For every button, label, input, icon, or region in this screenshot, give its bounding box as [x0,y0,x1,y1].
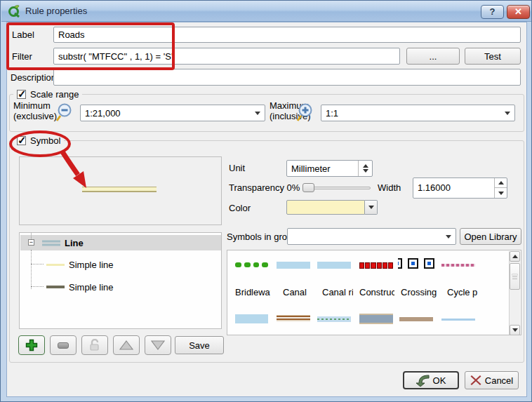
minus-icon [58,342,69,349]
tree-child-label[interactable]: Simple line [69,282,114,293]
library-item-label[interactable]: Crossing [401,287,439,297]
expression-builder-button[interactable]: ... [406,48,460,65]
test-filter-button[interactable]: Test [465,48,521,65]
ok-label: OK [433,375,446,386]
ok-button[interactable]: OK [403,371,459,389]
cancel-x-icon [470,375,481,386]
scroll-up-icon [512,255,518,258]
library-swatch-crossing[interactable] [398,258,436,271]
filter-field-caption: Filter [12,51,32,62]
scale-range-checkbox[interactable] [17,90,26,99]
description-field-caption: Description [11,72,56,83]
scale-range-legend: Scale range [13,89,82,100]
simple-line-icon-yellow [46,264,65,266]
library-item-label[interactable]: Bridleway [235,287,270,297]
color-caption: Color [229,203,251,213]
unit-value: Millimeter [291,163,331,174]
symbol-layer-tree: Line Simple line Simple line [19,232,222,329]
chevron-down-icon [255,112,260,115]
transparency-slider-handle[interactable] [302,183,314,192]
library-swatch-row2[interactable] [277,315,310,322]
library-swatch-canal[interactable] [277,262,310,269]
move-layer-down-button[interactable] [145,335,171,355]
help-button[interactable]: ? [481,5,504,19]
symbol-title: Symbol [30,135,60,146]
scale-range-title: Scale range [30,89,79,100]
chevron-down-icon [505,112,510,115]
chevron-down-icon [446,235,451,239]
width-spin-down-icon[interactable] [494,188,507,198]
cancel-button[interactable]: Cancel [465,371,519,389]
tree-connector [31,264,44,264]
save-label: Save [189,340,210,351]
ok-arrow-icon [416,374,430,387]
zoom-out-icon [55,102,74,121]
zoom-in-icon [296,102,314,121]
tree-root-label[interactable]: Line [65,238,84,248]
library-swatch-row2[interactable] [359,314,393,324]
window-title: Rule properties [25,6,87,16]
unit-spinner-icons [358,161,372,176]
symbols-in-group-combobox[interactable] [287,228,456,245]
down-triangle-icon [151,340,165,350]
tree-expander-icon[interactable] [28,239,34,246]
simple-line-icon-olive [46,286,65,288]
open-library-button[interactable]: Open Library [460,228,521,245]
symbol-preview-panel [19,156,222,225]
library-item-label[interactable]: Construc [359,287,394,297]
library-swatch-row2[interactable] [399,317,433,321]
save-symbol-button[interactable]: Save [175,336,224,354]
ellipsis-label: ... [430,51,437,62]
library-swatch-row2[interactable] [317,316,351,322]
close-button[interactable]: ✕ [507,5,530,19]
up-triangle-icon [119,340,133,350]
filter-input[interactable] [53,48,400,65]
remove-symbol-layer-button[interactable] [50,335,77,355]
label-input[interactable] [53,27,521,43]
description-input[interactable] [53,69,521,86]
plus-icon [25,339,38,351]
help-icon: ? [490,6,496,17]
color-dropdown-button[interactable] [365,200,378,215]
library-swatch-bridleway[interactable] [235,262,268,267]
add-symbol-layer-button[interactable] [18,335,45,355]
scroll-up-button[interactable] [510,251,520,262]
minimum-scale-combobox[interactable]: 1:21,000 [80,105,265,121]
open-padlock-icon [89,339,100,351]
scrollbar-thumb[interactable] [510,263,520,290]
library-swatch-canal-ri[interactable] [317,262,351,269]
minimum-scale-value: 1:21,000 [85,108,121,119]
symbol-legend: Symbol [13,135,64,146]
library-item-label[interactable]: Canal ri [322,287,353,297]
width-spin-up-icon[interactable] [494,178,507,188]
library-item-label[interactable]: Canal [283,287,312,297]
library-swatch-cycle-p[interactable] [441,264,475,267]
library-swatch-row2[interactable] [235,314,268,323]
title-bar[interactable]: Rule properties [1,1,532,22]
open-library-label: Open Library [464,232,517,242]
library-scrollbar[interactable] [509,251,520,335]
minimum-caption: Minimum (exclusive) [13,100,57,121]
library-swatch-row2[interactable] [441,319,475,321]
line-symbol-icon [42,239,60,247]
chevron-down-icon [368,206,374,209]
unit-combobox[interactable]: Millimeter [286,160,373,177]
close-icon: ✕ [514,6,522,17]
cancel-label: Cancel [485,375,513,386]
unit-caption: Unit [229,163,245,173]
width-caption: Width [378,182,401,193]
tree-connector [31,286,44,287]
symbol-checkbox[interactable] [17,136,26,145]
test-label: Test [484,51,501,62]
library-swatch-construc[interactable] [359,262,393,269]
color-swatch-button[interactable] [286,200,365,215]
scroll-down-button[interactable] [510,325,520,335]
lock-layer-button[interactable] [81,335,108,355]
symbol-library-list[interactable]: Bridleway Canal Canal ri Construc Crossi… [227,250,521,335]
width-spinbox[interactable]: 1.16000 [413,177,507,199]
tree-child-label[interactable]: Simple line [69,260,114,270]
move-layer-up-button[interactable] [113,335,140,355]
maximum-scale-combobox[interactable]: 1:1 [321,105,515,121]
library-item-label[interactable]: Cycle p [447,287,478,297]
rule-properties-dialog: Rule properties ? ✕ Label Filter ... Tes… [0,0,532,402]
